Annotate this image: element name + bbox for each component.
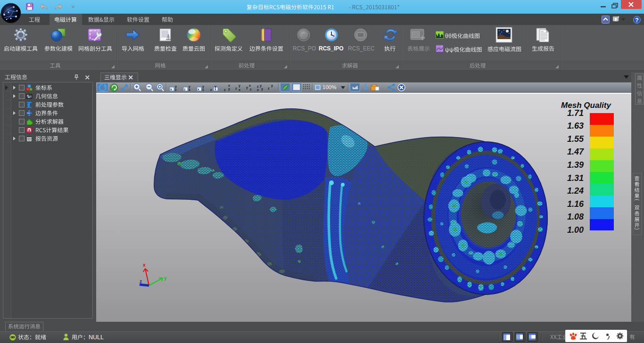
svg-text:z: z <box>202 88 204 91</box>
svg-text:y: y <box>261 87 263 91</box>
svg-text:x: x <box>198 88 199 91</box>
svg-text:z: z <box>224 88 226 91</box>
svg-text:z: z <box>250 88 252 91</box>
svg-text:z: z <box>184 88 186 91</box>
svg-text:z: z <box>268 87 270 90</box>
svg-text:z: z <box>257 85 259 88</box>
svg-text:x: x <box>143 262 146 268</box>
svg-text:z: z <box>210 88 212 91</box>
svg-text:x: x <box>228 84 230 87</box>
svg-text:z: z <box>140 279 142 284</box>
svg-text:x: x <box>189 88 190 91</box>
svg-text:x: x <box>239 88 240 91</box>
svg-text:y: y <box>271 84 273 88</box>
svg-text:x: x <box>170 88 172 91</box>
svg-text:y: y <box>164 276 167 281</box>
svg-text:x: x <box>215 88 216 91</box>
svg-text:?: ? <box>635 17 638 24</box>
svg-text:y: y <box>239 84 240 88</box>
svg-text:y: y <box>228 87 230 91</box>
svg-text:z: z <box>235 87 237 90</box>
svg-text:y: y <box>246 86 248 90</box>
svg-text:z: z <box>175 88 177 91</box>
svg-text:x: x <box>257 88 259 91</box>
svg-text:x: x <box>249 84 251 87</box>
